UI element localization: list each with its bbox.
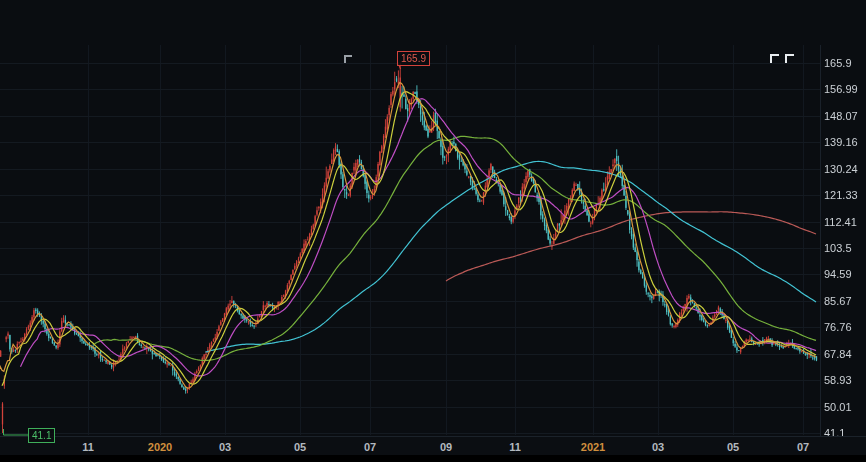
stock-chart-page: 2021/07/15 收65.56幅-2.16%[-1.45]开67.00高67…	[0, 0, 866, 462]
time-tick-label: 03	[219, 441, 231, 453]
time-tick-label: 11	[82, 441, 94, 453]
time-tick-label: 05	[727, 441, 739, 453]
price-tick-label: 121.33	[824, 189, 866, 201]
axis-separator	[820, 45, 821, 436]
kline-chart-canvas[interactable]	[0, 0, 866, 462]
time-tick-label: 11	[509, 441, 521, 453]
time-tick-label: 2020	[148, 441, 172, 453]
price-tick-label: 165.9	[824, 57, 866, 69]
time-tick-label: 05	[294, 441, 306, 453]
corner-bracket-icon	[344, 55, 352, 63]
time-tick-label: 2021	[581, 441, 605, 453]
price-tick-label: 139.16	[824, 136, 866, 148]
time-tick-label: 07	[364, 441, 376, 453]
price-tick-label: 94.59	[824, 268, 866, 280]
price-tick-label: 148.07	[824, 110, 866, 122]
price-tick-label: 85.67	[824, 295, 866, 307]
time-tick-label: 09	[440, 441, 452, 453]
price-tick-label: 50.01	[824, 401, 866, 413]
max-price-marker: 165.9	[397, 51, 430, 66]
time-tick-label: 07	[797, 441, 809, 453]
time-axis: 11202003050709112021030507	[0, 436, 866, 456]
bottom-strip	[0, 455, 866, 462]
price-tick-label: 67.84	[824, 348, 866, 360]
price-tick-label: 58.93	[824, 374, 866, 386]
min-price-marker: 41.1	[28, 428, 55, 443]
corner-bracket-icon	[770, 54, 779, 63]
time-tick-label: 03	[652, 441, 664, 453]
price-tick-label: 130.24	[824, 163, 866, 175]
price-tick-label: 156.99	[824, 83, 866, 95]
corner-bracket-icon	[785, 54, 794, 63]
price-tick-label: 76.76	[824, 321, 866, 333]
price-tick-label: 103.5	[824, 242, 866, 254]
price-tick-label: 112.41	[824, 216, 866, 228]
